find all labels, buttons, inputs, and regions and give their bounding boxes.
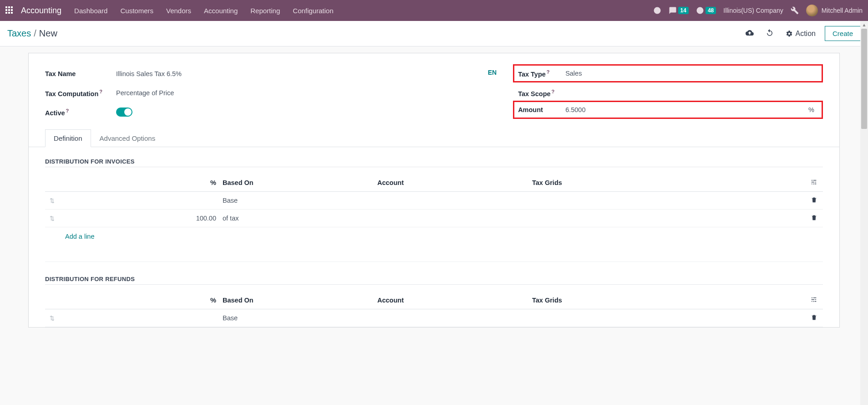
nav-reporting[interactable]: Reporting <box>250 7 280 15</box>
svg-rect-1 <box>813 180 817 180</box>
svg-rect-10 <box>812 299 815 300</box>
optional-cols-icon[interactable] <box>805 178 823 187</box>
col-header-account[interactable]: Account <box>377 297 532 304</box>
user-name: Mitchell Admin <box>822 7 863 14</box>
app-brand[interactable]: Accounting <box>21 6 61 15</box>
breadcrumb-current: New <box>39 28 57 39</box>
label-tax-scope: Tax Scope? <box>518 89 565 97</box>
messages-badge: 14 <box>678 7 689 14</box>
messages-icon[interactable]: 14 <box>669 6 689 15</box>
svg-rect-6 <box>812 184 812 184</box>
nav-vendors[interactable]: Vendors <box>166 7 191 15</box>
user-menu[interactable]: Mitchell Admin <box>806 5 863 16</box>
label-tax-name: Tax Name <box>45 70 116 77</box>
label-amount: Amount <box>518 106 565 113</box>
avatar <box>806 5 818 16</box>
scrollbar[interactable]: ▲ <box>860 21 868 405</box>
svg-rect-13 <box>812 301 812 302</box>
dist-refunds-title: DISTRIBUTION FOR REFUNDS <box>45 276 823 285</box>
svg-point-4 <box>813 184 814 185</box>
dist-refunds: DISTRIBUTION FOR REFUNDS % Based On Acco… <box>29 262 839 327</box>
amount-unit: % <box>808 106 814 113</box>
svg-point-11 <box>813 301 814 302</box>
breadcrumb-sep: / <box>34 28 36 39</box>
tab-advanced[interactable]: Advanced Options <box>91 129 164 147</box>
tabs: Definition Advanced Options <box>29 129 839 147</box>
svg-rect-12 <box>814 301 816 302</box>
help-icon[interactable]: ? <box>547 69 550 75</box>
help-icon[interactable]: ? <box>552 89 555 94</box>
delete-row-icon[interactable] <box>805 214 823 222</box>
optional-cols-icon[interactable] <box>805 296 823 304</box>
svg-point-2 <box>815 182 816 183</box>
discard-icon[interactable] <box>766 29 774 38</box>
action-dropdown[interactable]: Action <box>786 30 816 38</box>
delete-row-icon[interactable] <box>805 314 823 322</box>
nav-dashboard[interactable]: Dashboard <box>74 7 107 15</box>
svg-point-9 <box>815 299 816 300</box>
col-header-account[interactable]: Account <box>377 179 532 186</box>
help-icon[interactable]: ? <box>66 108 69 113</box>
scrollbar-thumb[interactable] <box>861 29 867 129</box>
delete-row-icon[interactable] <box>805 196 823 205</box>
value-tax-computation[interactable]: Percentage of Price <box>116 89 174 97</box>
support-icon[interactable] <box>653 6 661 15</box>
drag-handle-icon[interactable]: ⇅ <box>45 215 59 222</box>
nav-accounting[interactable]: Accounting <box>204 7 238 15</box>
help-icon[interactable]: ? <box>99 89 102 94</box>
apps-icon[interactable] <box>5 6 14 15</box>
svg-rect-3 <box>812 182 815 182</box>
nav-customers[interactable]: Customers <box>120 7 153 15</box>
highlight-tax-type: Tax Type? Sales <box>513 64 823 82</box>
value-tax-name[interactable]: Illinois Sales Tax 6.5% <box>116 70 182 77</box>
control-bar: Taxes / New Action Create <box>0 21 868 46</box>
value-tax-type[interactable]: Sales <box>565 70 582 77</box>
company-switcher[interactable]: Illinois(US) Company <box>723 7 783 14</box>
cell-based[interactable]: Base <box>223 197 377 204</box>
svg-rect-5 <box>814 184 816 184</box>
col-header-based[interactable]: Based On <box>223 179 377 186</box>
drag-handle-icon[interactable]: ⇅ <box>45 315 59 322</box>
content-scroll[interactable]: Tax Name Illinois Sales Tax 6.5% Tax Com… <box>0 46 868 405</box>
nav-configuration[interactable]: Configuration <box>293 7 333 15</box>
col-header-pct[interactable]: % <box>59 297 223 304</box>
col-header-pct[interactable]: % <box>59 179 223 186</box>
label-tax-type: Tax Type? <box>518 69 565 78</box>
dist-invoices-title: DISTRIBUTION FOR INVOICES <box>45 158 823 167</box>
col-header-grids[interactable]: Tax Grids <box>532 179 805 186</box>
dist-invoices: DISTRIBUTION FOR INVOICES % Based On Acc… <box>29 147 839 262</box>
cell-based[interactable]: Base <box>223 314 377 322</box>
debug-icon[interactable] <box>791 6 799 15</box>
label-active: Active? <box>45 108 116 117</box>
activities-badge: 48 <box>706 7 716 14</box>
svg-point-7 <box>812 297 812 298</box>
label-tax-computation: Tax Computation? <box>45 89 116 97</box>
table-row[interactable]: ⇅ Base <box>45 309 823 327</box>
cell-based[interactable]: of tax <box>223 215 377 222</box>
highlight-amount: Amount 6.5000 % <box>513 101 823 119</box>
lang-button[interactable]: EN <box>488 69 497 76</box>
tab-definition[interactable]: Definition <box>45 129 91 147</box>
value-amount[interactable]: 6.5000 <box>565 106 808 113</box>
save-cloud-icon[interactable] <box>746 29 754 38</box>
table-row[interactable]: ⇅ Base <box>45 192 823 210</box>
add-line-link[interactable]: Add a line <box>65 233 95 240</box>
drag-handle-icon[interactable]: ⇅ <box>45 197 59 204</box>
create-button[interactable]: Create <box>825 26 861 41</box>
form-sheet: Tax Name Illinois Sales Tax 6.5% Tax Com… <box>28 53 840 328</box>
top-navbar: Accounting Dashboard Customers Vendors A… <box>0 0 868 21</box>
scroll-up-icon[interactable]: ▲ <box>860 21 868 29</box>
svg-rect-8 <box>813 297 817 298</box>
svg-point-0 <box>812 180 812 181</box>
cell-pct[interactable]: 100.00 <box>59 215 223 222</box>
col-header-based[interactable]: Based On <box>223 297 377 304</box>
action-label: Action <box>796 30 816 38</box>
active-toggle[interactable] <box>116 108 132 117</box>
col-header-grids[interactable]: Tax Grids <box>532 297 805 304</box>
table-row[interactable]: ⇅ 100.00 of tax <box>45 210 823 227</box>
activities-icon[interactable]: 48 <box>696 6 716 15</box>
breadcrumb-root[interactable]: Taxes <box>7 28 31 39</box>
